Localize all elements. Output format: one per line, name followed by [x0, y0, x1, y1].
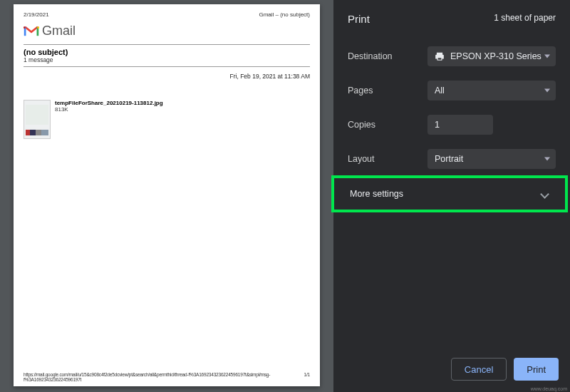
chevron-down-icon — [544, 158, 550, 161]
destination-label: Destination — [348, 51, 422, 61]
attachment-size: 813K — [55, 106, 163, 113]
chevron-down-icon — [540, 190, 549, 199]
destination-value: EPSON XP-310 Series — [450, 51, 542, 61]
footer-page-number: 1/1 — [304, 372, 310, 382]
preview-date: 2/19/2021 — [24, 11, 49, 18]
print-settings-panel: Print 1 sheet of paper Destination EPSON… — [333, 0, 570, 392]
email-date: Fri, Feb 19, 2021 at 11:38 AM — [24, 73, 310, 80]
preview-page: 2/19/2021 Gmail – (no subject) Gmail (no… — [14, 4, 320, 386]
destination-select[interactable]: EPSON XP-310 Series — [428, 46, 556, 66]
preview-title: Gmail – (no subject) — [259, 11, 310, 18]
pages-select[interactable]: All — [428, 81, 556, 100]
layout-label: Layout — [348, 154, 422, 164]
attachment-block: tempFileForShare_20210219-113812.jpg 813… — [24, 100, 310, 139]
sheet-count: 1 sheet of paper — [494, 13, 556, 25]
watermark: www.deuaq.com — [531, 386, 567, 391]
pages-value: All — [435, 86, 445, 96]
gmail-text: Gmail — [42, 24, 76, 38]
gmail-icon — [24, 26, 39, 37]
copies-input[interactable]: 1 — [428, 115, 493, 135]
copies-label: Copies — [348, 120, 422, 130]
copies-value: 1 — [435, 120, 440, 130]
message-count: 1 message — [24, 56, 310, 63]
gmail-logo: Gmail — [24, 24, 310, 38]
printer-icon — [435, 51, 445, 61]
divider — [24, 66, 310, 67]
email-subject: (no subject) — [24, 44, 310, 56]
layout-select[interactable]: Portrait — [428, 149, 556, 169]
chevron-down-icon — [544, 89, 550, 93]
footer-url: https://mail.google.com/mail/u/15&c908c4… — [24, 372, 304, 382]
chevron-down-icon — [544, 55, 550, 58]
panel-title: Print — [348, 13, 370, 25]
more-settings-label: More settings — [350, 189, 403, 199]
print-preview-area: 2/19/2021 Gmail – (no subject) Gmail (no… — [0, 0, 333, 392]
print-button[interactable]: Print — [514, 358, 559, 381]
more-settings-toggle[interactable]: More settings — [331, 175, 568, 212]
attachment-filename: tempFileForShare_20210219-113812.jpg — [55, 100, 163, 106]
layout-value: Portrait — [435, 154, 463, 164]
pages-label: Pages — [348, 86, 422, 96]
attachment-thumbnail — [24, 100, 51, 139]
cancel-button[interactable]: Cancel — [451, 358, 507, 381]
